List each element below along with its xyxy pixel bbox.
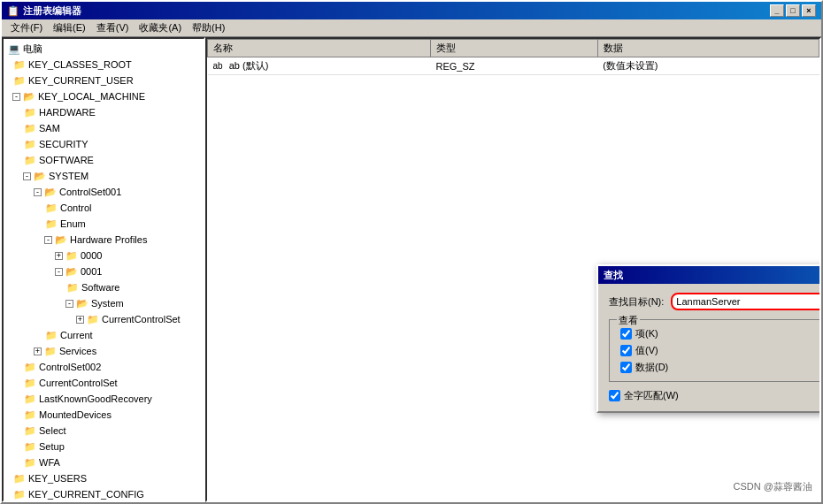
collapse-button[interactable]: - (55, 268, 63, 276)
tree-item-0001[interactable]: - 📂 0001 (5, 263, 202, 279)
collapse-button[interactable]: - (12, 93, 20, 101)
folder-icon: 📁 (44, 218, 58, 230)
watermark: CSDN @蒜蓉酱油 (734, 480, 812, 493)
tree-item-label: ControlSet001 (59, 185, 121, 199)
tree-item-controlset001[interactable]: - 📂 ControlSet001 (5, 184, 202, 200)
tree-item-services[interactable]: + 📁 Services (5, 343, 202, 359)
dialog-title-text: 查找 (604, 269, 623, 282)
folder-icon: 📁 (23, 440, 37, 453)
cell-name-text: ab (默认) (229, 60, 269, 71)
expand-button[interactable]: + (55, 252, 63, 260)
tree-item-hardware-profiles[interactable]: - 📂 Hardware Profiles (5, 232, 202, 248)
tree-item-label: MountedDevices (39, 408, 112, 422)
tree-item-label: Current (60, 328, 93, 342)
tree-item-current[interactable]: 📁 Current (5, 327, 202, 343)
reg-value-icon: ab (213, 61, 223, 71)
expand-button[interactable]: + (76, 316, 84, 324)
tree-item-label: WFA (39, 455, 60, 470)
checkbox-row-fullmatch: 全字匹配(W) (609, 389, 821, 402)
folder-icon: 📁 (12, 58, 27, 71)
window-title: 注册表编辑器 (23, 4, 81, 18)
tree-item-hardware[interactable]: 📁 HARDWARE (5, 104, 202, 120)
tree-item-label: Select (39, 424, 66, 438)
tree-item-software-0001[interactable]: 📁 Software (5, 279, 202, 295)
tree-item-label: CurrentControlSet (39, 376, 118, 390)
checkbox-items[interactable] (620, 328, 632, 340)
collapse-button[interactable]: - (23, 172, 31, 180)
col-type: 类型 (430, 40, 597, 57)
checkbox-row-values: 值(V) (620, 344, 821, 357)
expand-button[interactable]: + (34, 347, 42, 355)
tree-item-system-0001[interactable]: - 📂 System (5, 295, 202, 311)
folder-icon: 📁 (23, 138, 37, 150)
maximize-button[interactable]: □ (786, 4, 800, 17)
tree-item-label: 0001 (81, 264, 102, 279)
tree-item-label: KEY_USERS (28, 471, 87, 485)
collapse-button[interactable]: - (65, 300, 73, 308)
col-data: 数据 (597, 40, 819, 57)
tree-item-sam[interactable]: 📁 SAM (5, 120, 202, 136)
tree-item-currentcontrolset-system[interactable]: + 📁 CurrentControlSet (5, 311, 202, 327)
find-dialog[interactable]: 查找 ? × 查找目标(N): (596, 264, 821, 413)
folder-icon: 📁 (65, 249, 79, 262)
collapse-button[interactable]: - (34, 188, 42, 196)
tree-item-local-machine[interactable]: - 📂 KEY_LOCAL_MACHINE (5, 88, 202, 104)
tree-item-label: Software (81, 280, 119, 294)
tree-item-label: KEY_LOCAL_MACHINE (38, 89, 145, 103)
tree-item-label: KEY_CURRENT_USER (28, 73, 134, 88)
tree-item-key-users[interactable]: 📁 KEY_USERS (5, 470, 202, 486)
tree-item-system[interactable]: - 📂 SYSTEM (5, 168, 202, 184)
tree-root[interactable]: 💻 电脑 (5, 41, 202, 57)
tree-item-select[interactable]: 📁 Select (5, 423, 202, 439)
menu-view[interactable]: 查看(V) (91, 19, 135, 36)
checkbox-values[interactable] (620, 345, 632, 356)
tree-item-label: Hardware Profiles (70, 233, 147, 247)
folder-icon: 📁 (23, 409, 37, 421)
menu-file[interactable]: 文件(F) (5, 19, 48, 36)
tree-item-controlset002[interactable]: 📁 ControlSet002 (5, 359, 202, 375)
tree-item-current-user[interactable]: 📁 KEY_CURRENT_USER (5, 73, 202, 88)
minimize-button[interactable]: _ (770, 4, 784, 17)
tree-item-label: SOFTWARE (39, 153, 94, 167)
search-input[interactable] (671, 293, 821, 310)
tree-item-label: SYSTEM (49, 169, 88, 183)
folder-icon: 📁 (12, 488, 27, 500)
tree-item-currentcontrolset[interactable]: 📁 CurrentControlSet (5, 375, 202, 391)
tree-item-software[interactable]: 📁 SOFTWARE (5, 152, 202, 168)
tree-item-setup[interactable]: 📁 Setup (5, 439, 202, 454)
tree-item-label: System (91, 296, 124, 310)
tree-item-label: KEY_CLASSES_ROOT (28, 57, 132, 72)
tree-item-0000[interactable]: + 📁 0000 (5, 248, 202, 263)
collapse-button[interactable]: - (44, 236, 52, 244)
tree-item-lastknowngood[interactable]: 📁 LastKnownGoodRecovery (5, 391, 202, 407)
checkbox-fullmatch[interactable] (609, 390, 620, 401)
folder-icon: 📁 (23, 361, 37, 373)
tree-item-security[interactable]: 📁 SECURITY (5, 136, 202, 152)
title-bar: 📋 注册表编辑器 _ □ × (2, 2, 821, 19)
tree-panel[interactable]: 💻 电脑 📁 KEY_CLASSES_ROOT 📁 KEY_CURRENT_US… (2, 37, 205, 502)
tree-item-classes-root[interactable]: 📁 KEY_CLASSES_ROOT (5, 57, 202, 73)
tree-item-label: HARDWARE (39, 105, 96, 119)
tree-item-label: Services (59, 344, 96, 358)
checkbox-data-label: 数据(D) (635, 361, 668, 374)
checkbox-data[interactable] (620, 362, 632, 373)
tree-item-wfa[interactable]: 📁 WFA (5, 454, 202, 470)
close-button[interactable]: × (802, 4, 816, 17)
tree-item-label: KEY_CURRENT_CONFIG (28, 487, 144, 501)
tree-item-control[interactable]: 📁 Control (5, 200, 202, 216)
menu-bar: 文件(F) 编辑(E) 查看(V) 收藏夹(A) 帮助(H) (2, 19, 821, 37)
section-title: 查看 (617, 314, 640, 327)
menu-help[interactable]: 帮助(H) (187, 19, 230, 36)
menu-favorites[interactable]: 收藏夹(A) (134, 19, 187, 36)
menu-edit[interactable]: 编辑(E) (48, 19, 91, 36)
folder-icon: 📁 (23, 122, 37, 134)
tree-item-enum[interactable]: 📁 Enum (5, 216, 202, 232)
folder-open-icon: 📂 (43, 186, 58, 198)
tree-item-label: LastKnownGoodRecovery (39, 392, 152, 406)
tree-item-key-current-config[interactable]: 📁 KEY_CURRENT_CONFIG (5, 486, 202, 502)
tree-item-label: Setup (39, 439, 65, 454)
tree-item-label: CurrentControlSet (102, 312, 181, 326)
checkbox-values-label: 值(V) (635, 344, 658, 357)
tree-item-mounteddevices[interactable]: 📁 MountedDevices (5, 407, 202, 423)
tree-item-label: SAM (39, 121, 60, 135)
